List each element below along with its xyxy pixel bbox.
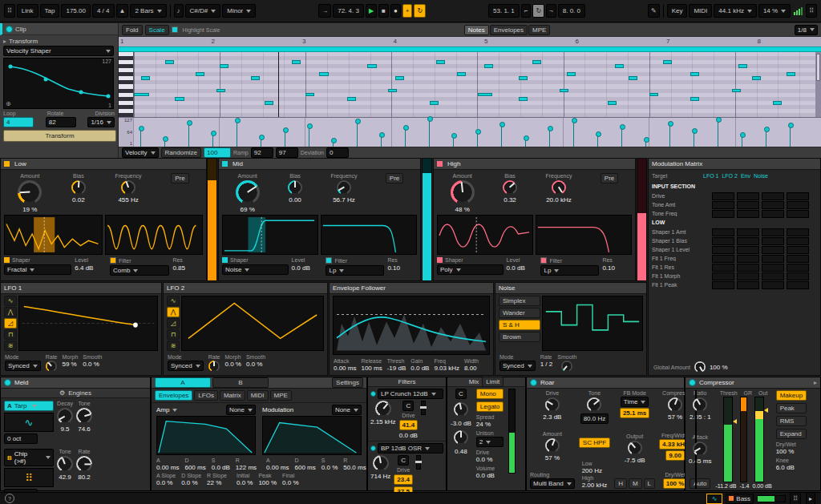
tap-tempo-button[interactable]: Tap <box>40 4 60 18</box>
loop-start-field[interactable]: 53. 1. 1 <box>488 4 520 18</box>
spread-value[interactable]: 24 % <box>476 421 504 428</box>
filter-freq-value[interactable]: 2.15 kHz <box>370 418 396 425</box>
filter-activator[interactable] <box>370 391 376 397</box>
editor-tab[interactable]: MPE <box>528 25 550 35</box>
matrix-amount-cell[interactable] <box>762 228 784 236</box>
loop-button[interactable]: ↻ <box>532 4 544 18</box>
rotate-field[interactable]: 82 <box>46 117 76 127</box>
midi-note[interactable] <box>484 64 493 68</box>
oscillator-icon[interactable]: ⠿ <box>4 468 54 487</box>
mod-source-column-label[interactable]: Env <box>739 171 752 180</box>
triangle-wave-icon[interactable]: ⋀ <box>167 307 180 317</box>
overdub-button[interactable]: + <box>402 4 413 18</box>
velocity-stem[interactable] <box>766 130 766 147</box>
edit-subtab[interactable]: MIDI <box>247 390 269 401</box>
matrix-amount-cell[interactable] <box>712 228 734 236</box>
velocity-stem[interactable] <box>381 135 382 147</box>
vertical-scrollbar[interactable] <box>815 52 821 117</box>
edit-subtab[interactable]: Envelopes <box>155 390 192 401</box>
midi-note[interactable] <box>265 101 273 105</box>
mix-knob-1[interactable] <box>454 402 468 417</box>
filter-enable-checkbox[interactable] <box>540 257 547 264</box>
scale-root-menu[interactable]: C#/D# <box>185 4 221 18</box>
morph-value[interactable]: 59 % <box>62 361 78 368</box>
param-value[interactable]: 9.03 kHz <box>434 365 459 372</box>
noise-type-button[interactable]: Wander <box>499 308 540 318</box>
mod-source-column-label[interactable]: LFO 1 <box>702 171 720 180</box>
mix-knob-1-value[interactable]: -3.0 dB <box>451 420 471 427</box>
velocity-stem[interactable] <box>742 135 742 147</box>
velocity-stem[interactable] <box>477 132 478 147</box>
mode-menu[interactable]: Synced <box>168 361 204 371</box>
smooth-value[interactable]: 0.0 % <box>246 361 265 368</box>
sc-hpf-button[interactable]: SC HPF <box>579 437 610 448</box>
param-value[interactable]: 0.00 ms <box>156 464 179 471</box>
noise-type-button[interactable]: S & H <box>499 320 540 330</box>
filter-activator[interactable] <box>370 446 376 451</box>
matrix-amount-cell[interactable] <box>762 192 784 200</box>
matrix-amount-cell[interactable] <box>712 192 734 200</box>
midi-note[interactable] <box>532 60 541 64</box>
bias-knob[interactable] <box>288 180 302 195</box>
amount-value[interactable]: 19 % <box>22 206 37 213</box>
res-value[interactable]: 0.10 <box>602 264 629 272</box>
midi-note[interactable] <box>196 72 204 76</box>
metronome-icon[interactable]: ▲ <box>116 4 129 18</box>
velocity-stem[interactable] <box>669 124 670 147</box>
mono-button[interactable]: Mono <box>476 389 504 399</box>
amp-mod-menu[interactable]: None <box>226 405 256 415</box>
bias-knob[interactable] <box>71 180 86 195</box>
midi-note[interactable] <box>773 101 782 105</box>
frequency-knob[interactable] <box>552 180 566 195</box>
matrix-amount-cell[interactable] <box>712 264 734 272</box>
edit-subtab[interactable]: MPE <box>270 390 292 401</box>
randomize-button[interactable]: Randomize <box>161 147 201 158</box>
thresh-value[interactable]: -11.2 dB <box>715 483 736 489</box>
track-chip[interactable]: Bass <box>726 494 754 504</box>
attack-knob[interactable] <box>693 442 707 456</box>
note-grid[interactable] <box>134 52 821 117</box>
velocity-stem[interactable] <box>357 122 358 147</box>
time-signature-field[interactable]: 4 / 4 <box>92 4 115 18</box>
midi-note[interactable] <box>690 72 699 76</box>
frequency-value[interactable]: 20.0 kHz <box>546 196 572 204</box>
matrix-amount-cell[interactable] <box>737 210 759 218</box>
clip-activator-icon[interactable] <box>6 26 13 33</box>
randomize-amount-field[interactable]: 100 <box>204 147 231 158</box>
fb-time-value[interactable]: 25.1 ms <box>620 408 649 418</box>
matrix-amount-cell[interactable] <box>787 281 809 289</box>
lfo1-display[interactable] <box>18 296 158 351</box>
attack-value[interactable]: 0.45 ms <box>689 458 711 465</box>
matrix-amount-cell[interactable] <box>787 210 809 218</box>
global-amount-knob[interactable] <box>694 361 706 373</box>
roar-tone-value[interactable]: 80.0 Hz <box>580 413 609 424</box>
quantize-menu[interactable]: 2 Bars <box>130 4 166 18</box>
lfo2-display[interactable] <box>181 296 324 351</box>
filter-freq-value[interactable]: 714 Hz <box>370 473 390 480</box>
macro-knob[interactable] <box>57 408 73 424</box>
level-value[interactable]: 0.0 dB <box>507 264 538 272</box>
record-button[interactable]: ● <box>390 4 401 18</box>
rms-button[interactable]: RMS <box>776 416 807 426</box>
res-value[interactable]: 0.85 <box>172 264 200 272</box>
matrix-amount-cell[interactable] <box>737 228 759 236</box>
velocity-stem[interactable] <box>261 138 261 147</box>
frequency-value[interactable]: 455 Hz <box>118 196 138 204</box>
matrix-amount-cell[interactable] <box>737 201 759 209</box>
division-menu[interactable]: 1/16 <box>87 117 115 127</box>
macro-value[interactable]: 80.2 <box>78 474 91 481</box>
filter-display[interactable] <box>321 215 417 255</box>
matrix-amount-cell[interactable] <box>762 255 784 263</box>
filter-display[interactable] <box>105 215 204 255</box>
drive-value[interactable]: 41.4 <box>399 420 419 430</box>
res-value[interactable]: 0.10 <box>387 264 415 272</box>
compress-knob[interactable] <box>668 397 682 412</box>
expand-device-icon[interactable]: ▸ <box>814 379 817 386</box>
scale-keys-icon[interactable]: ♪ <box>174 4 184 18</box>
device-activator[interactable] <box>4 379 11 386</box>
level-value[interactable]: 0.0 dB <box>292 264 323 272</box>
filter-type-menu[interactable]: Lp <box>326 265 384 276</box>
editor-tab[interactable]: Notes <box>464 25 489 35</box>
filter-type-menu[interactable]: Lp <box>540 265 599 276</box>
morph-value[interactable]: 0.0 % <box>224 361 241 368</box>
